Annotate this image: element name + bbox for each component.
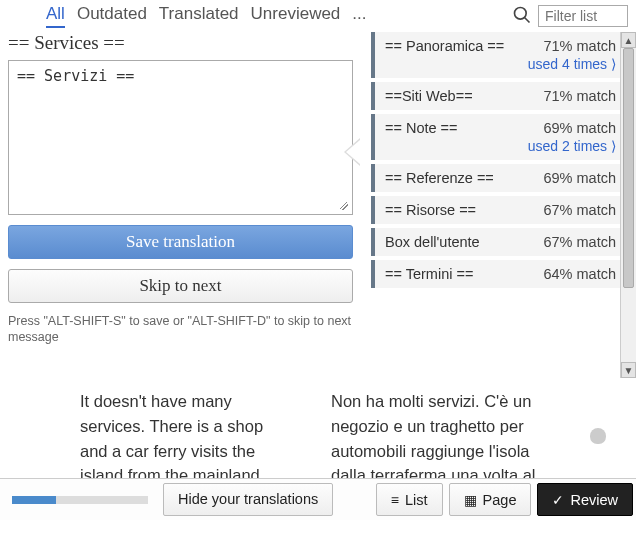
source-heading: == Services == — [8, 32, 353, 54]
suggestion-title: == Panoramica == — [385, 38, 504, 54]
tab-outdated[interactable]: Outdated — [77, 4, 147, 28]
list-label: List — [405, 492, 428, 508]
suggestion-title: ==Siti Web== — [385, 88, 473, 104]
progress-fill — [12, 496, 56, 504]
suggestion-title: == Risorse == — [385, 202, 476, 218]
suggestion-match: 71% match — [543, 38, 616, 54]
suggestions-list: == Panoramica == 71% match used 4 times … — [371, 32, 628, 373]
check-icon: ✓ — [552, 492, 564, 508]
suggestion-used-link[interactable]: used 4 times ⟩ — [385, 56, 616, 72]
suggestion-item[interactable]: ==Siti Web== 71% match — [371, 82, 626, 110]
progress-bar — [0, 479, 160, 520]
search-icon[interactable] — [512, 5, 532, 28]
suggestion-item[interactable]: == Referenze == 69% match — [371, 164, 626, 192]
skip-button[interactable]: Skip to next — [8, 269, 353, 303]
review-button[interactable]: ✓ Review — [537, 483, 633, 516]
tab-unreviewed[interactable]: Unreviewed — [251, 4, 341, 28]
pointer-icon — [344, 138, 360, 166]
svg-point-0 — [515, 7, 527, 19]
context-source: It doesn't have many services. There is … — [80, 389, 295, 468]
suggestion-title: Box dell'utente — [385, 234, 480, 250]
suggestion-item[interactable]: == Risorse == 67% match — [371, 196, 626, 224]
list-view-button[interactable]: ≡ List — [376, 483, 443, 516]
suggestion-match: 69% match — [543, 170, 616, 186]
tab-translated[interactable]: Translated — [159, 4, 239, 28]
translation-editor[interactable]: == Servizi == — [8, 60, 353, 215]
suggestion-item[interactable]: == Panoramica == 71% match used 4 times … — [371, 32, 626, 78]
suggestion-title: == Termini == — [385, 266, 473, 282]
scrollbar[interactable]: ▲ ▼ — [620, 32, 636, 378]
hide-label: Hide your translations — [178, 492, 318, 508]
grid-icon: ▦ — [464, 492, 477, 508]
suggestion-match: 67% match — [543, 234, 616, 250]
review-label: Review — [570, 492, 618, 508]
suggestion-title: == Referenze == — [385, 170, 494, 186]
editor-text: == Servizi == — [17, 67, 134, 85]
hide-translations-button[interactable]: Hide your translations — [163, 483, 333, 516]
suggestion-match: 69% match — [543, 120, 616, 136]
suggestion-match: 71% match — [543, 88, 616, 104]
context-target: Non ha molti servizi. C'è un negozio e u… — [331, 389, 546, 468]
avatar-icon — [590, 428, 606, 444]
shortcut-hint: Press "ALT-SHIFT-S" to save or "ALT-SHIF… — [8, 313, 353, 346]
page-label: Page — [483, 492, 517, 508]
list-icon: ≡ — [391, 492, 399, 508]
suggestion-used-link[interactable]: used 2 times ⟩ — [385, 138, 616, 154]
suggestion-title: == Note == — [385, 120, 458, 136]
page-view-button[interactable]: ▦ Page — [449, 483, 532, 516]
tab-more[interactable]: ... — [352, 4, 366, 28]
svg-line-1 — [525, 17, 530, 22]
suggestion-match: 64% match — [543, 266, 616, 282]
save-button[interactable]: Save translation — [8, 225, 353, 259]
scroll-thumb[interactable] — [623, 48, 634, 288]
tab-all[interactable]: All — [46, 4, 65, 28]
suggestion-item[interactable]: == Termini == 64% match — [371, 260, 626, 288]
resize-handle-icon[interactable] — [340, 202, 348, 210]
filter-input[interactable] — [538, 5, 628, 27]
suggestion-item[interactable]: Box dell'utente 67% match — [371, 228, 626, 256]
suggestion-item[interactable]: == Note == 69% match used 2 times ⟩ — [371, 114, 626, 160]
suggestion-match: 67% match — [543, 202, 616, 218]
scroll-up-icon[interactable]: ▲ — [621, 32, 636, 48]
